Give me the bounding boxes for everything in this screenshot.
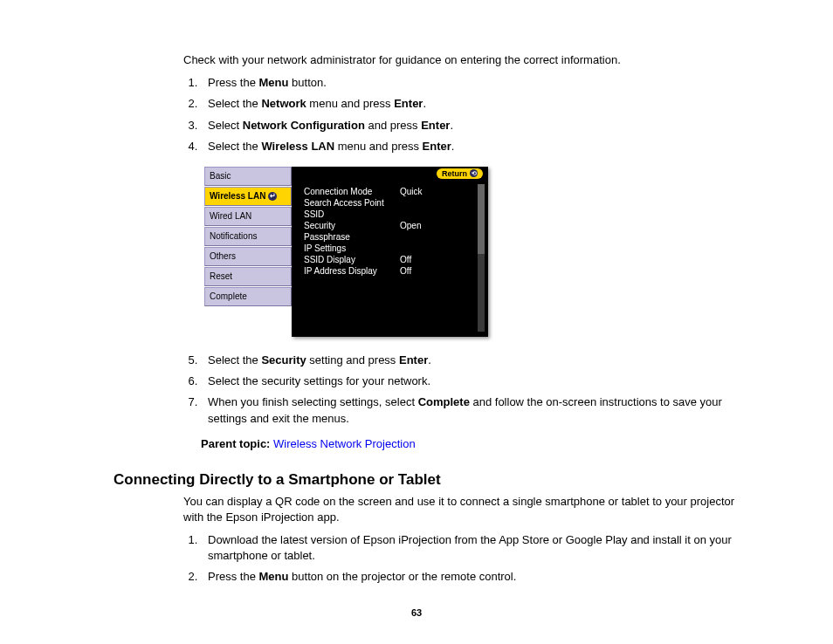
steps-list-1: Press the Menu button. Select the Networ…	[183, 75, 737, 154]
step-2: Select the Network menu and press Enter.	[201, 96, 737, 112]
tab-label: Wireless LAN	[210, 188, 265, 205]
tab-wired-lan[interactable]: Wired LAN	[204, 207, 292, 226]
parent-topic-link[interactable]: Wireless Network Projection	[273, 437, 416, 450]
steps-list-2: Select the Security setting and press En…	[183, 353, 737, 427]
return-label: Return	[442, 169, 467, 178]
scrollbar-thumb[interactable]	[478, 184, 485, 254]
enter-icon: ↵	[268, 192, 277, 201]
step-b1: Download the latest version of Epson iPr…	[201, 532, 737, 564]
menu-tab-list: Basic Wireless LAN ↵ Wired LAN Notificat…	[204, 167, 292, 307]
step-4: Select the Wireless LAN menu and press E…	[201, 139, 737, 154]
section-intro: You can display a QR code on the screen …	[183, 494, 737, 525]
return-button[interactable]: Return ⟲	[437, 168, 483, 179]
step-1: Press the Menu button.	[201, 75, 737, 91]
step-6: Select the security settings for your ne…	[201, 373, 737, 389]
setting-passphrase[interactable]: Passphrase	[304, 231, 462, 243]
menu-screenshot: Basic Wireless LAN ↵ Wired LAN Notificat…	[204, 167, 488, 337]
parent-topic-label: Parent topic:	[201, 437, 270, 450]
tab-wireless-lan[interactable]: Wireless LAN ↵	[204, 187, 292, 206]
scrollbar[interactable]	[478, 184, 485, 332]
menu-panel: Return ⟲ Connection ModeQuick Search Acc…	[292, 167, 488, 337]
section-heading: Connecting Directly to a Smartphone or T…	[114, 471, 737, 489]
tab-complete[interactable]: Complete	[204, 287, 292, 306]
intro-text: Check with your network administrator fo…	[183, 52, 737, 68]
setting-ip-settings[interactable]: IP Settings	[304, 243, 462, 254]
tab-reset[interactable]: Reset	[204, 267, 292, 286]
step-3: Select Network Configuration and press E…	[201, 118, 737, 134]
parent-topic: Parent topic: Wireless Network Projectio…	[183, 437, 737, 450]
settings-list: Connection ModeQuick Search Access Point…	[304, 186, 462, 277]
setting-connection-mode[interactable]: Connection ModeQuick	[304, 186, 462, 197]
setting-ssid-display[interactable]: SSID DisplayOff	[304, 254, 462, 265]
setting-ip-address-display[interactable]: IP Address DisplayOff	[304, 265, 462, 277]
step-5: Select the Security setting and press En…	[201, 353, 737, 368]
setting-ssid[interactable]: SSID	[304, 209, 462, 220]
tab-others[interactable]: Others	[204, 247, 292, 266]
page-number: 63	[0, 607, 833, 618]
tab-notifications[interactable]: Notifications	[204, 227, 292, 246]
step-7: When you finish selecting settings, sele…	[201, 394, 737, 426]
tab-basic[interactable]: Basic	[204, 167, 292, 186]
return-icon: ⟲	[470, 169, 478, 177]
setting-search-ap[interactable]: Search Access Point	[304, 197, 462, 209]
step-b2: Press the Menu button on the projector o…	[201, 569, 737, 585]
setting-security[interactable]: SecurityOpen	[304, 220, 462, 231]
steps-list-3: Download the latest version of Epson iPr…	[183, 532, 737, 586]
